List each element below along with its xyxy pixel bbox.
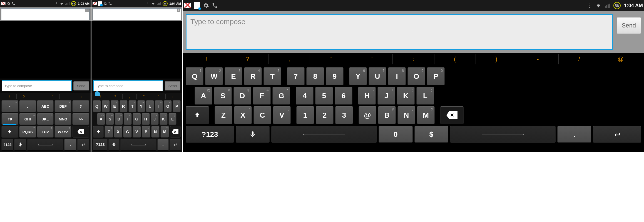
key-b[interactable]: B; (142, 126, 150, 138)
key--[interactable]: -0 (1, 100, 18, 112)
key-1[interactable]: 1 (296, 106, 314, 124)
key-,[interactable]: ,1 (19, 100, 36, 112)
backspace-key[interactable]: ✕ (72, 126, 89, 138)
enter-key[interactable] (77, 139, 89, 150)
punct-key[interactable]: ! (186, 54, 227, 64)
punct-key[interactable]: ) (476, 54, 517, 64)
key-s[interactable]: S# (106, 113, 114, 125)
compose-input[interactable]: Type to compose (93, 80, 163, 91)
key-jkl[interactable]: JKL5 (37, 113, 54, 125)
key-k[interactable]: K( (397, 87, 415, 105)
key-u[interactable]: U7 (369, 67, 386, 85)
key-r[interactable]: R4 (120, 100, 128, 112)
cursor-handle-icon[interactable] (95, 91, 100, 96)
key-$[interactable]: $ (414, 126, 448, 143)
send-button[interactable]: Send (616, 17, 641, 34)
key-f[interactable]: F& (253, 87, 271, 105)
mic-key[interactable] (236, 126, 270, 143)
punct-key[interactable]: @ (600, 54, 641, 64)
key-z[interactable]: Z! (105, 126, 113, 138)
key-7[interactable]: 7 (287, 67, 305, 85)
key-abc[interactable]: ABC2 (37, 100, 54, 112)
key-h[interactable]: H- (358, 87, 376, 105)
punct-key[interactable]: , (268, 54, 310, 64)
symbols-key[interactable]: ?123 (1, 139, 13, 150)
key-n[interactable]: N/ (151, 126, 160, 138)
punct-key[interactable]: " (45, 94, 60, 99)
mic-key[interactable] (14, 139, 26, 150)
symbols-key[interactable]: ?123 (186, 126, 234, 143)
backspace-key[interactable]: ✕ (170, 126, 181, 138)
punct-key[interactable]: - (517, 54, 559, 64)
recipient-input[interactable]: 1 (1, 8, 89, 20)
t9-key[interactable]: T9 (1, 113, 18, 125)
key-m[interactable]: M? (160, 126, 169, 138)
punct-key[interactable]: : (166, 94, 180, 99)
compose-input[interactable]: Type to compose (2, 80, 72, 91)
key-def[interactable]: DEF3 (54, 100, 71, 112)
enter-key[interactable] (170, 139, 181, 150)
key-o[interactable]: O9 (164, 100, 172, 112)
mic-key[interactable] (108, 139, 120, 150)
key-e[interactable]: E3 (111, 100, 119, 112)
recipient-input[interactable]: 1 (93, 8, 181, 20)
key-n[interactable]: N/ (397, 106, 415, 124)
shift-key[interactable] (93, 126, 104, 138)
key-y[interactable]: Y6 (349, 67, 367, 85)
key-i[interactable]: I8 (155, 100, 163, 112)
punct-key[interactable]: ' (151, 94, 166, 99)
space-key[interactable] (27, 139, 64, 150)
key-8[interactable]: 8 (306, 67, 324, 85)
key-e[interactable]: E3 (225, 67, 242, 85)
key-j[interactable]: J+ (377, 87, 395, 105)
key-l[interactable]: L) (168, 113, 176, 125)
key-c[interactable]: C' (123, 126, 132, 138)
key-.[interactable]: . (64, 139, 76, 150)
next-key[interactable]: >> (72, 113, 89, 125)
punct-key[interactable]: ? (108, 94, 123, 99)
key-p[interactable]: P0 (173, 100, 181, 112)
key-t[interactable]: T5 (263, 67, 281, 85)
punct-key[interactable]: ! (2, 94, 17, 99)
key-p[interactable]: P0 (427, 67, 445, 85)
key-q[interactable]: Q1 (93, 100, 101, 112)
key-g[interactable]: G* (133, 113, 141, 125)
punct-key[interactable]: , (31, 94, 46, 99)
key-u[interactable]: U7 (146, 100, 154, 112)
key-y[interactable]: Y6 (137, 100, 145, 112)
backspace-key[interactable]: ✕ (440, 106, 464, 124)
key-@[interactable]: @; (359, 106, 376, 124)
key-c[interactable]: C' (253, 106, 271, 124)
key-o[interactable]: O9 (407, 67, 425, 85)
key-w[interactable]: W2 (205, 67, 223, 85)
punct-key[interactable]: / (559, 54, 600, 64)
key-5[interactable]: 5 (315, 87, 333, 105)
space-key[interactable] (120, 139, 156, 150)
key-tuv[interactable]: TUV8 (37, 126, 54, 138)
key-x[interactable]: X" (114, 126, 123, 138)
key-m[interactable]: M? (417, 106, 435, 124)
key-a[interactable]: A@ (97, 113, 105, 125)
shift-key[interactable] (186, 106, 209, 124)
key-i[interactable]: I8 (388, 67, 406, 85)
key-ghi[interactable]: GHI4 (19, 113, 36, 125)
punct-key[interactable]: : (393, 54, 434, 64)
key-s[interactable]: S# (214, 87, 232, 105)
punct-key[interactable]: " (137, 94, 151, 99)
key-a[interactable]: A@ (195, 87, 212, 105)
key-4[interactable]: 4 (296, 87, 314, 105)
punct-key[interactable]: ' (60, 94, 74, 99)
key-6[interactable]: 6 (335, 87, 352, 105)
punct-key[interactable]: , (123, 94, 137, 99)
key-q[interactable]: Q1 (186, 67, 203, 85)
key-h[interactable]: H- (142, 113, 150, 125)
key-0[interactable]: 0 (379, 126, 412, 143)
key-z[interactable]: Z! (215, 106, 232, 124)
key-mno[interactable]: MNO6 (54, 113, 71, 125)
key-9[interactable]: 9 (326, 67, 344, 85)
key-pqrs[interactable]: PQRS7 (19, 126, 36, 138)
punct-key[interactable]: ? (227, 54, 268, 64)
key-w[interactable]: W2 (102, 100, 110, 112)
key-2[interactable]: 2 (316, 106, 334, 124)
key-v[interactable]: V: (273, 106, 291, 124)
